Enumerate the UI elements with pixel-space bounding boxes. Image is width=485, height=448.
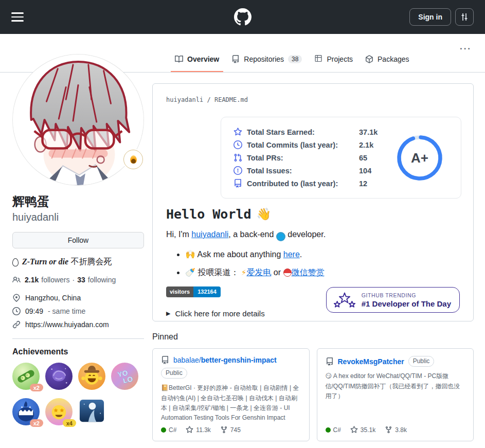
achievements-title: Achievements — [12, 347, 144, 356]
tab-overview[interactable]: Overview — [171, 48, 223, 72]
local-time-row: 09:49 - same time — [12, 304, 144, 318]
pull-request-icon — [233, 153, 242, 162]
language-dot-icon — [326, 427, 331, 433]
visibility-pill: Public — [161, 368, 187, 379]
repo-language: C# — [326, 426, 341, 434]
package-icon — [365, 55, 373, 63]
status-flame-icon — [130, 155, 137, 164]
appearance-settings-icon[interactable] — [455, 8, 474, 26]
github-logo-icon[interactable] — [234, 8, 252, 26]
repo-description: 😏 A hex editor for WeChat/QQ/TIM - PC版微信… — [326, 371, 465, 426]
location-row: Hangzhou, China — [12, 291, 144, 304]
wave-emoji: 👋 — [257, 207, 272, 221]
hello-world-heading: Hello World👋 — [166, 207, 460, 222]
visitors-badge: visitors132164 — [166, 286, 221, 297]
badge-arctic-code-vault[interactable] — [78, 398, 105, 425]
commits-icon — [233, 140, 242, 149]
wechat-reward-link[interactable]: 微信赞赏 — [292, 268, 325, 277]
clock-icon — [12, 307, 21, 315]
repo-forks[interactable]: 745 — [220, 426, 241, 434]
book-icon — [175, 55, 183, 63]
kebab-menu-icon[interactable]: ··· — [460, 44, 472, 53]
website-row[interactable]: https://www.huiyadan.com — [12, 318, 144, 331]
badge-count: x2 — [30, 384, 43, 391]
pinned-repos: babalae/better-genshin-impact Public 📔Be… — [152, 348, 474, 441]
repo-icon — [233, 179, 242, 188]
badge-yolo[interactable]: YOLO — [111, 363, 138, 390]
hamburger-menu-icon[interactable] — [11, 9, 29, 25]
profile-readme-card: huiyadanli / README.md Total Stars Earne… — [152, 83, 474, 321]
sidebar-divider — [12, 338, 144, 339]
followers-following[interactable]: 2.1k followers · 33 following — [12, 276, 144, 284]
intro-paragraph: Hi, I'm huiyadanli, a back-end 🌐 develop… — [166, 230, 460, 241]
profile-sidebar: 辉鸭蛋 huiyadanli Follow Z-Turn or die 不折腾会… — [12, 54, 144, 425]
header-actions: Sign in — [409, 8, 474, 26]
badge-starstruck[interactable]: x4 — [45, 398, 73, 425]
details-toggle[interactable]: ▶ Click here for more details — [166, 309, 265, 318]
badge-pair-extraordinaire[interactable]: x2 — [12, 363, 40, 390]
huiyadanli-link[interactable]: huiyadanli — [191, 230, 228, 239]
repositories-count-badge: 38 — [288, 55, 302, 63]
tab-repositories[interactable]: Repositories 38 — [227, 48, 306, 72]
badge-pull-shark[interactable]: x2 — [12, 398, 40, 425]
lightning-icon: ⚡ — [241, 268, 247, 277]
bottle-emoji: 🍼 — [185, 268, 195, 277]
language-dot-icon — [161, 427, 166, 433]
readme-bullet-list: 🙌 Ask me about anything here. 🍼 投喂渠道： ⚡爱… — [166, 249, 460, 278]
stat-row-commits: Total Commits (last year): 2.1k — [233, 140, 378, 150]
location-icon — [12, 294, 21, 302]
visibility-pill: Public — [408, 356, 435, 367]
pinned-repo-card: RevokeMsgPatcher Public 😏 A hex editor f… — [317, 348, 474, 441]
repo-stars[interactable]: 11.3k — [186, 426, 210, 434]
link-icon — [12, 320, 21, 329]
svg-text:A+: A+ — [411, 150, 428, 166]
hands-emoji: 🙌 — [185, 250, 195, 259]
sign-in-button[interactable]: Sign in — [409, 8, 451, 26]
stat-row-prs: Total PRs: 65 — [233, 153, 378, 163]
repo-icon — [231, 55, 240, 63]
fork-icon — [385, 426, 392, 434]
tab-projects[interactable]: Projects — [310, 48, 357, 72]
globe-icon: 🌐 — [276, 232, 285, 241]
here-link[interactable]: here — [283, 250, 300, 259]
achievements-badges: x2 YOLO x2 x4 — [12, 363, 144, 425]
repo-language: C# — [161, 426, 176, 434]
avatar[interactable] — [12, 54, 144, 186]
afdian-link[interactable]: 爱发电 — [246, 268, 271, 277]
profile-display-name: 辉鸭蛋 — [12, 194, 144, 209]
repo-forks[interactable]: 3.8k — [385, 426, 407, 434]
readme-path: huiyadanli / README.md — [166, 96, 460, 103]
tab-packages[interactable]: Packages — [361, 48, 413, 72]
profile-username: huiyadanli — [12, 209, 144, 225]
bullet-feed: 🍼 投喂渠道： ⚡爱发电 or 微信赞赏 — [185, 267, 460, 278]
repo-link[interactable]: RevokeMsgPatcher — [338, 357, 404, 366]
people-icon — [12, 276, 21, 284]
collapsed-triangle-icon: ▶ — [166, 310, 170, 317]
star-icon — [233, 128, 242, 136]
badge-count: x4 — [63, 419, 76, 427]
egg-icon — [12, 258, 19, 266]
badge-count: x2 — [30, 419, 43, 427]
stat-row-issues: Total Issues: 104 — [233, 166, 378, 175]
table-icon — [314, 55, 322, 63]
main-content: huiyadanli / README.md Total Stars Earne… — [152, 83, 474, 441]
follow-button[interactable]: Follow — [12, 232, 144, 248]
badge-quickdraw[interactable] — [78, 363, 105, 390]
pinned-repo-card: babalae/better-genshin-impact Public 📔Be… — [152, 348, 310, 441]
repo-link[interactable]: babalae/better-genshin-impact — [173, 356, 277, 364]
trending-stars-icon — [333, 291, 356, 309]
fork-icon — [220, 426, 228, 434]
star-icon — [186, 426, 193, 434]
wechat-pay-icon — [283, 268, 292, 277]
bullet-ask: 🙌 Ask me about anything here. — [185, 249, 460, 259]
badge-galaxy-brain[interactable] — [45, 363, 73, 390]
website-link[interactable]: https://www.huiyadan.com — [25, 320, 109, 329]
pinned-heading: Pinned — [152, 332, 474, 342]
github-trending-badge[interactable]: GITHUB TRENDING #1 Developer of The Day — [326, 287, 460, 313]
repo-stars[interactable]: 35.1k — [350, 426, 375, 434]
grade-ring: A+ — [395, 133, 444, 183]
profile-bio: Z-Turn or die 不折腾会死 — [12, 257, 144, 267]
stat-row-stars: Total Stars Earned: 37.1k — [233, 127, 378, 137]
issue-icon — [233, 166, 242, 175]
status-badge[interactable] — [123, 150, 143, 169]
